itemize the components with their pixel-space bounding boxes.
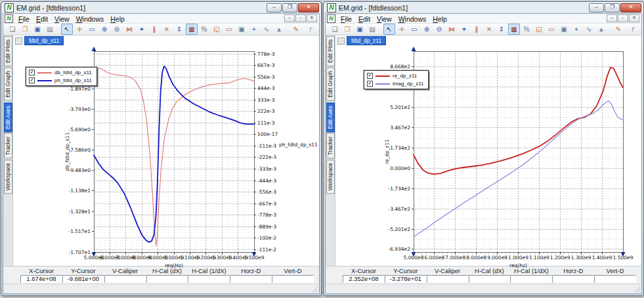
side-tab-edit-graph[interactable]: Edit Graph — [326, 68, 335, 101]
open-icon[interactable]: ❐ — [341, 24, 353, 35]
menu-edit[interactable]: Edit — [355, 15, 374, 23]
legend-checkbox[interactable]: ✔ — [367, 81, 373, 87]
child-minimize-button[interactable]: – — [284, 14, 295, 22]
svg-text:-1.517e1: -1.517e1 — [68, 228, 91, 234]
doc-tab[interactable]: fdtd_dp_s11 — [24, 36, 64, 45]
pan-icon[interactable]: ✛ — [74, 24, 85, 35]
opacity-icon[interactable]: % — [521, 24, 532, 35]
side-tab-edit-plots[interactable]: Edit Plots — [4, 36, 12, 66]
menu-windows[interactable]: Windows — [73, 15, 108, 23]
child-close-button[interactable]: ✕ — [307, 14, 317, 22]
menu-bar: N FileEditViewWindowsHelp – ▫ ✕ — [326, 14, 641, 24]
zoom-window-icon[interactable]: ▭ — [86, 24, 98, 35]
save-icon[interactable]: ▣ — [32, 24, 43, 35]
pan-icon[interactable]: ✛ — [396, 24, 408, 35]
side-tab-tracker[interactable]: Tracker — [326, 133, 335, 159]
edit-plots-icon[interactable]: ▣ — [236, 24, 247, 35]
zoom-in-icon[interactable]: ⊕ — [421, 24, 433, 35]
legend-checkbox[interactable]: ✔ — [367, 73, 373, 79]
side-tab-edit-plots[interactable]: Edit Plots — [326, 36, 335, 66]
maximize-button[interactable]: ❐ — [605, 3, 620, 12]
pen-icon[interactable]: ✎ — [290, 24, 302, 35]
marker-icon[interactable]: ✦ — [136, 24, 148, 35]
smooth-icon[interactable]: ∿ — [583, 24, 595, 35]
app-logo-icon: N — [5, 3, 14, 12]
print-icon[interactable]: ▤ — [44, 24, 56, 35]
peak-icon[interactable]: ▲ — [595, 24, 607, 35]
tab-bar-icon[interactable] — [337, 37, 345, 45]
toggle-1-icon[interactable]: Γ — [630, 25, 637, 33]
trace-markers-icon[interactable]: ⋈ — [446, 24, 458, 35]
document-icon[interactable]: N — [5, 14, 13, 23]
h-caliper-icon[interactable]: ✕ — [483, 24, 495, 35]
title-bar[interactable]: N EM.grid - [fdtdlesson1] – ❐ ✕ — [1, 2, 321, 13]
menu-edit[interactable]: Edit — [33, 15, 51, 23]
menu-help[interactable]: Help — [107, 15, 128, 23]
child-minimize-button[interactable]: – — [607, 14, 617, 22]
menu-view[interactable]: View — [51, 15, 73, 23]
marker-icon[interactable]: ✦ — [458, 24, 470, 35]
v-caliper-icon[interactable]: ∥ — [471, 24, 483, 35]
crosshair-icon[interactable]: + — [248, 24, 260, 35]
child-restore-button[interactable]: ▫ — [618, 14, 628, 22]
v-caliper-icon[interactable]: ∥ — [148, 24, 160, 35]
image-icon[interactable]: ▦ — [186, 24, 198, 35]
minimize-button[interactable]: – — [267, 3, 282, 12]
legend-checkbox[interactable]: ✔ — [29, 77, 35, 83]
move-vertical-icon[interactable]: ⇕ — [173, 24, 185, 35]
new-icon[interactable]: ❏ — [329, 24, 341, 35]
maximize-button[interactable]: ❐ — [282, 3, 297, 12]
document-icon[interactable]: N — [327, 14, 335, 23]
zoom-out-icon[interactable]: ⊖ — [433, 24, 445, 35]
side-tab-tracker[interactable]: Tracker — [4, 133, 12, 159]
menu-windows[interactable]: Windows — [395, 15, 430, 23]
edit-axes-icon[interactable]: ◱ — [533, 24, 545, 35]
side-tab-edit-graph[interactable]: Edit Graph — [4, 68, 12, 101]
minimize-button[interactable]: – — [589, 3, 604, 12]
open-icon[interactable]: ❐ — [19, 24, 31, 35]
edit-plots-icon[interactable]: ▣ — [558, 24, 570, 35]
toggle-1-icon[interactable]: Γ — [307, 25, 315, 33]
child-close-button[interactable]: ✕ — [629, 14, 639, 22]
trace-markers-icon[interactable]: ⋈ — [123, 24, 135, 35]
side-tab-workspace[interactable]: Workspace — [326, 160, 335, 194]
pen-icon[interactable]: ✎ — [612, 24, 624, 35]
zoom-in-icon[interactable]: ⊕ — [98, 24, 110, 35]
doc-tab[interactable]: fdtd_dp_z11 — [347, 36, 386, 45]
zoom-window-icon[interactable]: ▭ — [408, 24, 420, 35]
close-button[interactable]: ✕ — [620, 3, 641, 12]
move-vertical-icon[interactable]: ⇕ — [496, 24, 507, 35]
new-icon[interactable]: ❏ — [7, 24, 18, 35]
resize-grip[interactable] — [633, 286, 640, 292]
menu-file[interactable]: File — [15, 15, 33, 23]
smooth-icon[interactable]: ∿ — [261, 24, 272, 35]
tab-bar-icon[interactable] — [15, 37, 22, 45]
select-icon[interactable]: ↖ — [383, 24, 395, 35]
edit-graph-icon[interactable]: ▭ — [223, 24, 235, 35]
toggle-2-icon[interactable]: ⋮ — [316, 25, 320, 33]
toggle-2-icon[interactable]: ⋮ — [638, 25, 642, 33]
zoom-out-icon[interactable]: ⊖ — [111, 24, 123, 35]
title-bar[interactable]: N EM.grid - [fdtdlesson1] – ❐ ✕ — [324, 2, 643, 13]
h-caliper-icon[interactable]: ✕ — [161, 24, 173, 35]
peak-icon[interactable]: ▲ — [273, 24, 285, 35]
edit-graph-icon[interactable]: ▭ — [546, 24, 557, 35]
child-restore-button[interactable]: ▫ — [295, 14, 306, 22]
legend-checkbox[interactable]: ✔ — [29, 70, 35, 75]
opacity-icon[interactable]: % — [198, 24, 210, 35]
menu-help[interactable]: Help — [429, 15, 450, 23]
close-button[interactable]: ✕ — [298, 3, 319, 12]
resize-grip[interactable] — [311, 286, 318, 292]
menu-view[interactable]: View — [374, 15, 395, 23]
legend-line-sample — [37, 80, 52, 81]
save-icon[interactable]: ▣ — [354, 24, 366, 35]
edit-axes-icon[interactable]: ◱ — [211, 24, 223, 35]
select-icon[interactable]: ↖ — [61, 24, 73, 35]
crosshair-icon[interactable]: + — [570, 24, 582, 35]
side-tab-workspace[interactable]: Workspace — [4, 160, 12, 194]
print-icon[interactable]: ▤ — [366, 24, 378, 35]
menu-file[interactable]: File — [337, 15, 355, 23]
side-tab-edit-axes[interactable]: Edit Axes — [4, 102, 12, 132]
side-tab-edit-axes[interactable]: Edit Axes — [326, 102, 335, 132]
image-icon[interactable]: ▦ — [508, 24, 520, 35]
